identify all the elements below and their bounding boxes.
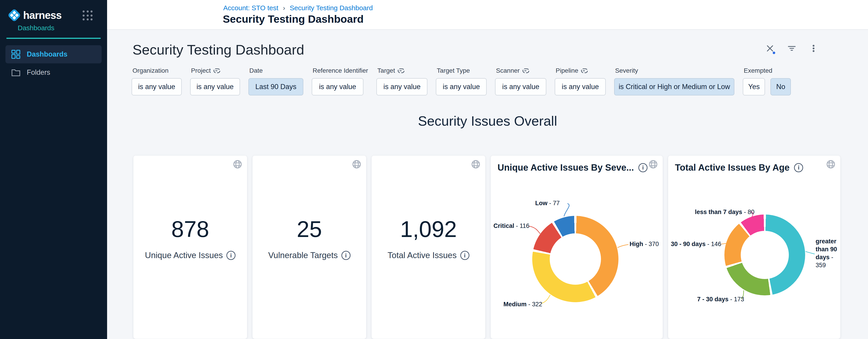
filter-label: Reference Identifier bbox=[313, 67, 368, 75]
filter-organization: Organizationis any value bbox=[132, 67, 182, 95]
harness-logo-icon bbox=[7, 8, 22, 23]
kpi-value: 1,092 bbox=[400, 217, 457, 242]
filter-value-organization[interactable]: is any value bbox=[132, 78, 182, 95]
sidebar-item-dashboards[interactable]: Dashboards bbox=[5, 45, 102, 63]
filter-label: Project bbox=[191, 67, 240, 75]
kpi-value: 25 bbox=[297, 217, 322, 242]
kpi-card-vulnerable-targets: 25 Vulnerable Targets i bbox=[252, 156, 366, 339]
page-title: Security Testing Dashboard bbox=[223, 13, 364, 25]
filter-value-reference-identifier[interactable]: is any value bbox=[312, 78, 364, 95]
link-icon bbox=[214, 68, 220, 73]
filter-project: Projectis any value bbox=[190, 67, 240, 95]
filter-option-no[interactable]: No bbox=[770, 78, 791, 95]
filter-target: Targetis any value bbox=[376, 67, 427, 95]
kpi-card-total-active-issues: 1,092 Total Active Issues i bbox=[372, 156, 485, 339]
filter-label: Exempted bbox=[744, 67, 791, 75]
breadcrumb-account-link[interactable]: Account: STO test bbox=[223, 4, 278, 12]
filter-value-project[interactable]: is any value bbox=[190, 78, 240, 95]
filter-severity: Severityis Critical or High or Medium or… bbox=[614, 67, 734, 95]
filters-row: Organizationis any valueProjectis any va… bbox=[132, 67, 868, 95]
filter-label: Scanner bbox=[496, 67, 546, 75]
filter-label: Pipeline bbox=[556, 67, 606, 75]
filter-reference-identifier: Reference Identifieris any value bbox=[312, 67, 368, 95]
kpi-card-unique-active-issues: 878 Unique Active Issues i bbox=[133, 156, 247, 339]
filter-label: Severity bbox=[615, 67, 734, 75]
brand-name: harness bbox=[23, 9, 61, 21]
donut-label-greater-than-90-days: greater than 90 days - 359 bbox=[815, 237, 842, 269]
brand-divider bbox=[6, 38, 101, 39]
donut-label-less-than-7-days: less than 7 days - 80 bbox=[695, 208, 754, 216]
chart-title: Total Active Issues By Age bbox=[675, 163, 789, 173]
app-switcher-icon[interactable] bbox=[83, 10, 93, 21]
globe-icon[interactable] bbox=[471, 159, 481, 169]
filter-icon[interactable] bbox=[787, 44, 796, 53]
product-name: Dashboards bbox=[18, 24, 107, 32]
kebab-menu-icon[interactable] bbox=[809, 44, 818, 53]
filter-target-type: Target Typeis any value bbox=[436, 67, 487, 95]
filter-pipeline: Pipelineis any value bbox=[555, 67, 606, 95]
chart-card-issues-by-age: Total Active Issues By Age i less than 7… bbox=[668, 156, 840, 339]
chevron-right-icon: › bbox=[283, 4, 285, 12]
filter-exempted: ExemptedYesNo bbox=[743, 67, 791, 95]
donut-label-30-90-days: 30 - 90 days - 146 bbox=[671, 240, 721, 248]
donut-label-low: Low - 77 bbox=[535, 199, 560, 207]
filter-scanner: Scanneris any value bbox=[495, 67, 546, 95]
donut-label-7-30-days: 7 - 30 days - 173 bbox=[697, 295, 744, 303]
filter-label: Date bbox=[249, 67, 303, 75]
severity-donut-chart[interactable] bbox=[532, 216, 618, 302]
filter-value-severity[interactable]: is Critical or High or Medium or Low bbox=[614, 78, 734, 95]
link-icon bbox=[581, 68, 588, 73]
info-icon[interactable]: i bbox=[794, 163, 803, 172]
filter-value-date[interactable]: Last 90 Days bbox=[248, 78, 303, 95]
filter-value-pipeline[interactable]: is any value bbox=[555, 78, 606, 95]
kpi-value: 878 bbox=[171, 217, 209, 242]
chart-title: Unique Active Issues By Seve... bbox=[498, 163, 634, 173]
globe-icon[interactable] bbox=[648, 159, 658, 169]
globe-icon[interactable] bbox=[352, 159, 362, 169]
info-icon[interactable]: i bbox=[341, 251, 350, 260]
globe-icon[interactable] bbox=[826, 159, 836, 169]
filter-value-target[interactable]: is any value bbox=[376, 78, 427, 95]
info-icon[interactable]: i bbox=[226, 251, 236, 260]
kpi-label: Total Active Issues i bbox=[388, 251, 469, 260]
filter-value-target-type[interactable]: is any value bbox=[436, 78, 487, 95]
age-donut-chart[interactable] bbox=[724, 215, 805, 295]
donut-label-medium: Medium - 322 bbox=[503, 300, 542, 308]
header: Account: STO test › Security Testing Das… bbox=[107, 0, 868, 30]
link-icon bbox=[523, 68, 529, 73]
filter-label: Target bbox=[377, 67, 427, 75]
cards-row: 878 Unique Active Issues i 25 Vulnerable… bbox=[133, 156, 868, 339]
section-title: Security Issues Overall bbox=[107, 113, 868, 129]
filter-option-yes[interactable]: Yes bbox=[743, 78, 765, 95]
brand-row: harness Dashboards bbox=[0, 0, 107, 32]
kpi-label: Unique Active Issues i bbox=[145, 251, 236, 260]
dashboards-icon bbox=[11, 50, 21, 59]
chart-card-issues-by-severity: Unique Active Issues By Seve... i Low - … bbox=[491, 156, 663, 339]
filter-label: Target Type bbox=[437, 67, 487, 75]
breadcrumb-page-link[interactable]: Security Testing Dashboard bbox=[290, 4, 373, 12]
info-icon[interactable]: i bbox=[639, 163, 648, 172]
sidebar-item-label: Folders bbox=[27, 68, 50, 77]
sidebar-item-label: Dashboards bbox=[27, 50, 67, 58]
main-content: Security Testing Dashboard Organizationi… bbox=[107, 30, 868, 339]
sidebar-item-folders[interactable]: Folders bbox=[5, 63, 102, 82]
dashboard-title: Security Testing Dashboard bbox=[132, 41, 868, 58]
filter-value-scanner[interactable]: is any value bbox=[495, 78, 546, 95]
filter-label: Organization bbox=[132, 67, 182, 75]
kpi-label: Vulnerable Targets i bbox=[268, 251, 350, 260]
sidebar: harness Dashboards Dashboards Folders bbox=[0, 0, 107, 339]
cursor-dot bbox=[773, 52, 775, 54]
donut-label-high: High - 370 bbox=[629, 240, 659, 248]
info-icon[interactable]: i bbox=[460, 251, 469, 260]
link-icon bbox=[398, 68, 404, 73]
filter-date: DateLast 90 Days bbox=[248, 67, 303, 95]
breadcrumb: Account: STO test › Security Testing Das… bbox=[223, 4, 373, 12]
globe-icon[interactable] bbox=[232, 159, 243, 169]
folder-icon bbox=[11, 68, 21, 77]
donut-label-critical: Critical - 116 bbox=[493, 222, 529, 230]
